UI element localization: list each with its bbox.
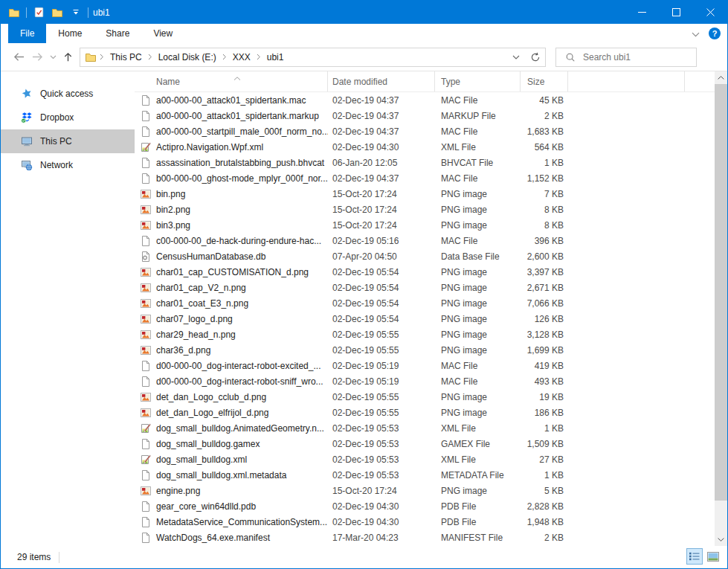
- file-row[interactable]: dog_small_bulldog.xml.metadata 02-Dec-19…: [135, 467, 715, 483]
- file-row[interactable]: det_dan_Logo_cclub_d.png 02-Dec-19 05:55…: [135, 389, 715, 405]
- file-name-cell: Actipro.Navigation.Wpf.xml: [140, 141, 328, 153]
- file-date-cell: 02-Dec-19 05:55: [328, 329, 435, 340]
- file-name-cell: char07_logo_d.png: [140, 313, 328, 325]
- sidebar-item-quick-access[interactable]: Quick access: [1, 82, 135, 106]
- vertical-scrollbar[interactable]: [715, 71, 727, 546]
- file-size-cell: 27 KB: [521, 454, 568, 465]
- breadcrumb-chevron-icon[interactable]: [221, 54, 228, 60]
- breadcrumb-item-ubi1[interactable]: ubi1: [262, 52, 289, 62]
- breadcrumb-item-local-disk-e-[interactable]: Local Disk (E:): [154, 52, 221, 62]
- tab-view[interactable]: View: [141, 24, 184, 43]
- file-row[interactable]: engine.png 15-Oct-20 17:24 PNG image 5 K…: [135, 483, 715, 498]
- file-row[interactable]: char01_cap_V2_n.png 02-Dec-19 05:54 PNG …: [135, 280, 715, 295]
- file-row[interactable]: a00-000-00_attack01_spidertank.markup 02…: [135, 108, 715, 123]
- file-row[interactable]: bin3.png 15-Oct-20 17:24 PNG image 8 KB: [135, 217, 715, 233]
- status-bar: 29 items: [1, 546, 727, 568]
- breadcrumb-item-xxx[interactable]: XXX: [228, 52, 255, 62]
- file-row[interactable]: WatchDogs_64.exe.manifest 17-Mar-20 04:2…: [135, 530, 715, 545]
- file-row[interactable]: a00-000-00_attack01_spidertank.mac 02-De…: [135, 92, 715, 108]
- this-pc-monitor-icon: [21, 135, 33, 147]
- file-date-cell: 02-Dec-19 04:37: [328, 126, 435, 137]
- sidebar-item-this-pc[interactable]: This PC: [1, 129, 135, 153]
- file-date-cell: 02-Dec-19 05:54: [328, 283, 435, 293]
- tab-share[interactable]: Share: [94, 24, 141, 43]
- close-button[interactable]: [693, 1, 727, 24]
- scroll-down-icon[interactable]: [715, 533, 727, 546]
- file-file-icon: [140, 126, 152, 138]
- tab-home[interactable]: Home: [46, 24, 94, 43]
- file-row[interactable]: char36_d.png 02-Dec-19 05:55 PNG image 1…: [135, 342, 715, 358]
- file-row[interactable]: char01_coat_E3_n.png 02-Dec-19 05:54 PNG…: [135, 295, 715, 311]
- file-size-cell: 1,683 KB: [521, 126, 568, 137]
- breadcrumb-chevron-icon[interactable]: [255, 54, 262, 60]
- address-dropdown-chevron-icon[interactable]: [506, 48, 526, 66]
- minimize-button[interactable]: [625, 1, 659, 24]
- scroll-up-icon[interactable]: [715, 71, 727, 84]
- thumbnails-view-button[interactable]: [705, 548, 721, 565]
- file-row[interactable]: a00-000-00_startpill_male_000f_norm_no..…: [135, 123, 715, 139]
- file-row[interactable]: MetadataService_CommunicationSystem... 0…: [135, 514, 715, 530]
- help-icon[interactable]: ?: [709, 28, 721, 39]
- file-row[interactable]: b00-000-00_ghost-mode_mplyr_000f_nor... …: [135, 170, 715, 186]
- file-size-cell: 7 KB: [521, 189, 568, 199]
- file-row[interactable]: bin.png 15-Oct-20 17:24 PNG image 7 KB: [135, 186, 715, 202]
- file-name: det_dan_Logo_cclub_d.png: [156, 392, 266, 402]
- view-toggle-buttons: [686, 548, 721, 565]
- column-header-type[interactable]: Type: [435, 71, 521, 91]
- file-row[interactable]: CensusHumanDatabase.db 07-Apr-20 04:50 D…: [135, 248, 715, 264]
- file-name-cell: a00-000-00_attack01_spidertank.markup: [140, 110, 328, 122]
- file-row[interactable]: Actipro.Navigation.Wpf.xml 02-Dec-19 04:…: [135, 139, 715, 155]
- file-type-cell: MARKUP File: [435, 111, 521, 121]
- file-row[interactable]: dog_small_bulldog.AnimatedGeometry.n... …: [135, 420, 715, 436]
- file-row[interactable]: char07_logo_d.png 02-Dec-19 05:54 PNG im…: [135, 311, 715, 327]
- nav-buttons: [1, 48, 77, 67]
- file-size-cell: 45 KB: [521, 95, 568, 106]
- file-row[interactable]: bin2.png 15-Oct-20 17:24 PNG image 8 KB: [135, 202, 715, 217]
- tab-file[interactable]: File: [8, 24, 46, 43]
- file-date-cell: 15-Oct-20 17:24: [328, 205, 435, 215]
- refresh-icon[interactable]: [526, 48, 545, 66]
- file-file-icon: [140, 157, 152, 169]
- sidebar-item-network[interactable]: Network: [1, 153, 135, 177]
- back-button[interactable]: [10, 48, 28, 67]
- file-date-cell: 02-Dec-19 04:30: [328, 142, 435, 152]
- file-name: dog_small_bulldog.AnimatedGeometry.n...: [156, 423, 324, 434]
- ribbon-tabs-row: FileHomeShareView ?: [1, 24, 727, 43]
- file-size-cell: 2,828 KB: [521, 501, 568, 512]
- app-folder-icon[interactable]: [7, 6, 21, 19]
- recent-locations-chevron-icon[interactable]: [47, 48, 59, 67]
- file-row[interactable]: c00-000-00_de-hack-during-endure-hac... …: [135, 233, 715, 248]
- file-row[interactable]: assassination_brutalstabbing_push.bhvcat…: [135, 155, 715, 170]
- maximize-button[interactable]: [659, 1, 693, 24]
- file-row[interactable]: char29_head_n.png 02-Dec-19 05:55 PNG im…: [135, 327, 715, 342]
- new-folder-icon[interactable]: [51, 6, 64, 19]
- forward-button[interactable]: [28, 48, 47, 67]
- breadcrumb-chevron-icon[interactable]: [146, 54, 154, 60]
- sidebar-item-label: This PC: [40, 136, 72, 147]
- column-header-size[interactable]: Size: [521, 71, 568, 91]
- properties-check-icon[interactable]: [32, 6, 45, 19]
- customize-qat-chevron-icon[interactable]: [69, 6, 83, 19]
- file-row[interactable]: dog_small_bulldog.gamex 02-Dec-19 05:53 …: [135, 436, 715, 451]
- file-type-cell: MAC File: [435, 376, 521, 387]
- file-row[interactable]: d00-000-00_dog-interact-robot-sniff_wro.…: [135, 373, 715, 389]
- file-date-cell: 02-Dec-19 04:30: [328, 501, 435, 512]
- file-row[interactable]: det_dan_Logo_elfrijol_d.png 02-Dec-19 05…: [135, 405, 715, 420]
- scrollbar-thumb[interactable]: [715, 84, 727, 501]
- sidebar-item-dropbox[interactable]: Dropbox: [1, 106, 135, 129]
- collapse-ribbon-chevron-icon[interactable]: [692, 27, 700, 40]
- breadcrumb-item-this-pc[interactable]: This PC: [106, 52, 146, 62]
- column-header-date-modified[interactable]: Date modified: [328, 71, 435, 91]
- file-row[interactable]: dog_small_bulldog.xml 02-Dec-19 05:53 XM…: [135, 451, 715, 467]
- file-file-icon: [140, 501, 152, 512]
- file-date-cell: 02-Dec-19 04:37: [328, 95, 435, 106]
- breadcrumb-chevron-icon[interactable]: [98, 54, 106, 60]
- file-row[interactable]: char01_cap_CUSTOMISATION_d.png 02-Dec-19…: [135, 264, 715, 280]
- address-bar[interactable]: This PCLocal Disk (E:)XXXubi1: [80, 48, 546, 67]
- up-button[interactable]: [59, 48, 77, 67]
- file-type-cell: PNG image: [435, 345, 521, 356]
- file-row[interactable]: gear_core_win64dlld.pdb 02-Dec-19 04:30 …: [135, 498, 715, 514]
- details-view-button[interactable]: [686, 548, 703, 565]
- search-input[interactable]: [582, 51, 681, 63]
- file-row[interactable]: d00-000-00_dog-interact-robot-excited_..…: [135, 358, 715, 373]
